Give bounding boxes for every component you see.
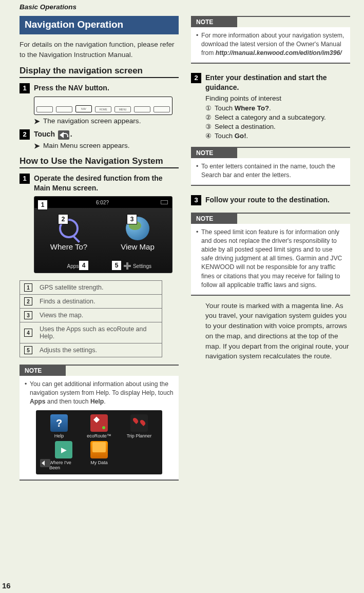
nav-main-menu-screenshot: 6:02? Where To? View Map [34, 196, 173, 273]
legend-num: 1 [24, 283, 32, 292]
page-number: 16 [0, 581, 11, 590]
apps-label-inline: Apps [30, 398, 45, 405]
section-title-bar: Navigation Operation [20, 16, 179, 34]
nav-clock: 6:02? [96, 200, 109, 205]
app-ecoroute[interactable]: ecoRoute™ [80, 414, 118, 439]
nav-battery-icon [161, 200, 168, 204]
app-trip-label: Trip Planner [127, 433, 152, 438]
step-1: 1 Press the NAV button. [20, 83, 179, 93]
legend-desc: GPS satellite strength. [36, 281, 162, 294]
step-1-result-text: The navigation screen appears. [43, 117, 141, 125]
device-btn [134, 106, 150, 112]
app-help[interactable]: Help [40, 414, 78, 439]
nav-apps-label: Apps [67, 263, 79, 269]
legend-row: 1GPS satellite strength. [20, 281, 162, 294]
back-icon[interactable] [40, 459, 50, 467]
app-help-label: Help [54, 433, 64, 438]
note-3-item: To enter letters contained in the name, … [196, 162, 345, 180]
legend-desc: Views the map. [36, 309, 162, 322]
note-body: You can get additional information about… [20, 376, 179, 480]
where-to-label: Where To? [235, 104, 269, 112]
note-body: For more information about your navigati… [191, 27, 350, 63]
note-4-item: The speed limit icon feature is for info… [196, 228, 345, 290]
app-where-label: Where I've Been [49, 460, 78, 470]
nav-where-to-button[interactable]: Where To? [34, 208, 103, 259]
step-2-text: Touch . [34, 129, 72, 140]
nav-status-bar: 6:02? [34, 197, 172, 208]
substep-2: ②Select a category and a subcategory. [205, 113, 350, 121]
note-heading: NOTE [20, 366, 66, 376]
manual-url[interactable]: http://manual.kenwood.com/edition/im396/ [216, 49, 342, 56]
circled-4: ④ [205, 132, 212, 140]
note-1-post: . [104, 398, 105, 405]
substep-4-post: . [246, 132, 248, 140]
app-where-been[interactable]: Where I've Been [49, 441, 78, 471]
nav-bottom-bar: Apps Settings [34, 259, 172, 273]
step-r2-sub: Finding points of interest [205, 94, 350, 102]
callout-3: 3 [127, 214, 137, 224]
settings-icon [124, 262, 131, 270]
result-arrow-icon: ➤ [34, 142, 40, 150]
device-btn: HOME [95, 106, 111, 112]
legend-num: 5 [24, 346, 32, 354]
device-panel-graphic: NAV HOME MENU [34, 97, 179, 115]
apps-screenshot: Help ecoRoute™ Trip Planner Where I've B… [36, 410, 162, 474]
substep-list: ①Touch Where To?. ②Select a category and… [205, 104, 350, 140]
heading-display-nav: Display the navigation screen [20, 66, 179, 78]
app-trip-planner[interactable]: Trip Planner [120, 414, 158, 439]
nav-view-map-label: View Map [121, 242, 155, 251]
note-box-4: NOTE The speed limit icon feature is for… [191, 213, 350, 296]
substep-1: ①Touch Where To?. [205, 104, 350, 112]
substep-4-pre: Touch [215, 132, 235, 140]
device-btn [154, 106, 170, 112]
step-number-1: 1 [20, 83, 30, 93]
breadcrumb: Basic Operations [20, 0, 351, 11]
nav-button-label: NAV [68, 84, 83, 92]
help-label-inline: Help [90, 398, 104, 405]
substep-3-text: Select a destination. [215, 123, 276, 130]
legend-row: 2Finds a destination. [20, 294, 162, 308]
step-number-2: 2 [20, 129, 30, 140]
step-2: 2 Touch . [20, 129, 179, 140]
substep-3: ③Select a destination. [205, 123, 350, 130]
step-r2: 2 Enter your destination and start the g… [191, 73, 350, 92]
note-body: To enter letters contained in the name, … [191, 158, 350, 185]
step-r2-head: Enter your destination and start the gui… [205, 73, 350, 92]
ecoroute-icon [90, 414, 108, 432]
app-eco-label: ecoRoute™ [87, 433, 111, 438]
step-r3: 3 Follow your route to the destination. [191, 195, 350, 205]
nav-view-map-button[interactable]: View Map [103, 208, 172, 259]
substep-1-text: Touch Where To?. [215, 104, 271, 112]
apps-icon [59, 263, 65, 269]
note-body: The speed limit icon feature is for info… [191, 224, 350, 295]
legend-desc: Adjusts the settings. [36, 343, 162, 357]
callout-2: 2 [58, 214, 68, 224]
step-2-pre: Touch [34, 130, 57, 138]
step-2-post: . [70, 130, 72, 138]
callout-5: 5 [111, 260, 122, 271]
legend-row: 4Uses the Apps such as ecoRoute and Help… [20, 322, 162, 343]
step-number-3: 3 [191, 195, 201, 205]
app-my-data[interactable]: My Data [80, 441, 118, 471]
nav-apps-button[interactable]: Apps [34, 259, 103, 273]
legend-num: 4 [24, 329, 32, 337]
device-btn [56, 106, 72, 112]
substep-1-post: . [269, 104, 271, 112]
legend-desc: Uses the Apps such as ecoRoute and Help. [36, 322, 162, 343]
column-right: NOTE For more information about your nav… [191, 16, 350, 481]
page-root: { "breadcrumb": "Basic Operations", "pag… [0, 0, 364, 593]
callout-1: 1 [37, 200, 48, 210]
step-number-2: 2 [191, 73, 201, 83]
step-how-1-text: Operate the desired function from the Ma… [34, 174, 179, 193]
legend-row: 3Views the map. [20, 308, 162, 322]
note-heading: NOTE [191, 148, 237, 158]
my-data-icon [90, 441, 108, 458]
nav-screenshot-wrap: 6:02? Where To? View Map [34, 196, 179, 273]
step-1-text: Press the NAV button. [34, 83, 109, 93]
legend-desc: Finds a destination. [36, 295, 162, 308]
trip-planner-icon [130, 414, 148, 432]
back-icon [58, 130, 69, 140]
closing-paragraph: Your route is marked with a magenta line… [205, 301, 350, 361]
step-1-pre: Press the [34, 84, 68, 92]
substep-4: ④Touch Go!. [205, 132, 350, 140]
